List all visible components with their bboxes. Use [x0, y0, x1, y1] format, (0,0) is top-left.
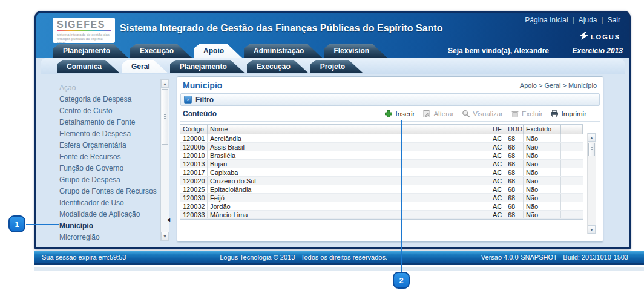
sub-tab-bar: ComunicaGeralPlanejamentoExecuçãoProjeto: [57, 60, 363, 73]
sidebar-item-grupo-de-despesa[interactable]: Grupo de Despesa: [45, 174, 169, 186]
callout-line-1: [26, 224, 59, 225]
breadcrumb: Apoio > Geral > Município: [520, 82, 597, 89]
sidebar-item-esfera-orcamentaria[interactable]: Esfera Orçamentária: [45, 140, 169, 151]
toolbar-button-label: Inserir: [395, 110, 415, 117]
table-row[interactable]: 120013BujariAC68Não: [180, 160, 583, 168]
cell-ddd: 68: [505, 134, 524, 142]
table-row[interactable]: 120033Mâncio LimaAC68Não: [180, 211, 583, 219]
table-row[interactable]: 120010BrasiléiaAC68Não: [180, 151, 583, 160]
imprimir-button[interactable]: Imprimir: [550, 110, 586, 118]
top-link-ajuda[interactable]: Ajuda: [579, 16, 597, 24]
column-header-ddd[interactable]: DDD: [505, 125, 524, 134]
welcome-text: Seja bem vindo(a), Alexandre: [448, 47, 549, 55]
cell-codigo: 120033: [180, 211, 208, 218]
filter-expand-icon[interactable]: ›: [184, 96, 192, 104]
main-panel: Município Apoio > Geral > Município › Fi…: [177, 76, 603, 242]
sidebar-item-detalhamento-de-fonte[interactable]: Detalhamento de Fonte: [45, 117, 169, 128]
session-timer: Sua sessão expira em:59:53: [42, 254, 126, 261]
link-separator: |: [602, 16, 603, 24]
tab-flexvision[interactable]: Flexvision: [324, 44, 387, 58]
cell-ddd: 68: [505, 168, 524, 176]
table-row[interactable]: 120020Cruzeiro do SulAC68Não: [180, 177, 583, 185]
cell-uf: AC: [490, 211, 505, 218]
table-scroll-thumb[interactable]: [588, 143, 595, 156]
cell-excluido: Não: [524, 194, 561, 202]
municipios-table: CódigoNomeUFDDDExcluído 120001Acrelândia…: [180, 124, 583, 220]
sidebar-item-modalidade-de-aplicacao[interactable]: Modalidade de Aplicação: [45, 209, 169, 220]
subtab-geral[interactable]: Geral: [122, 60, 168, 73]
sidebar-item-centro-de-custo[interactable]: Centro de Custo: [45, 105, 169, 117]
table-row[interactable]: 120032JordãoAC68Não: [180, 202, 583, 211]
cell-filler: [561, 134, 583, 142]
tab-apoio[interactable]: Apoio: [194, 44, 242, 58]
cell-uf: AC: [490, 160, 505, 168]
cell-codigo: 120013: [180, 160, 208, 168]
sidebar-menu: AçãoCategoria de DespesaCentro de CustoD…: [45, 77, 169, 243]
subtab-execucao[interactable]: Execução: [247, 60, 309, 73]
cell-nome: Jordão: [208, 202, 490, 210]
sidebar-collapse-icon[interactable]: ◄: [166, 217, 171, 223]
column-header-nome[interactable]: Nome: [208, 125, 490, 134]
version-text: Versão 4.0.0-SNAPSHOT - Build: 20131010-…: [481, 254, 628, 261]
sidebar-item-categoria-de-despesa[interactable]: Categoria de Despesa: [45, 94, 169, 105]
column-header-excluido[interactable]: Excluído: [524, 125, 561, 134]
cell-uf: AC: [490, 177, 505, 185]
table-scrollbar[interactable]: ▲ ▼: [587, 133, 596, 234]
tab-administracao[interactable]: Administração: [244, 44, 322, 58]
column-header-uf[interactable]: UF: [490, 125, 505, 134]
logus-bolt-icon: [579, 31, 589, 42]
cell-excluido: Não: [524, 151, 561, 159]
cell-excluido: Não: [524, 211, 561, 218]
tab-execucao[interactable]: Execução: [130, 44, 192, 58]
toolbar-button-label: Visualizar: [473, 110, 503, 117]
toolbar-button-label: Imprimir: [561, 110, 586, 117]
sidebar-item-grupo-de-fontes-de-recursos[interactable]: Grupo de Fontes de Recursos: [45, 186, 169, 197]
sidebar-item-funcao-de-governo[interactable]: Função de Governo: [45, 163, 169, 174]
cell-excluido: Não: [524, 134, 561, 142]
sidebar: AçãoCategoria de DespesaCentro de CustoD…: [45, 77, 169, 242]
scroll-up-icon[interactable]: ▲: [588, 133, 596, 142]
table-row[interactable]: 120005Assis BrasilAC68Não: [180, 143, 583, 151]
inserir-button[interactable]: Inserir: [384, 110, 415, 118]
sidebar-scroll-thumb[interactable]: [162, 89, 168, 145]
sidebar-item-municipio[interactable]: Município: [45, 220, 169, 232]
sidebar-item-acao[interactable]: Ação: [45, 82, 169, 94]
scroll-down-icon[interactable]: ▼: [161, 232, 169, 240]
insert-plus-icon: [384, 110, 393, 118]
main-tab-bar: PlanejamentoExecuçãoApoioAdministraçãoFl…: [53, 44, 387, 58]
content-bar: Conteúdo InserirAlterarVisualizarExcluir…: [180, 107, 600, 122]
footer-bar: Sua sessão expira em:59:53 Logus Tecnolo…: [34, 251, 644, 265]
callout-badge-2: 2: [393, 272, 410, 289]
callout-badge-1: 1: [8, 215, 25, 232]
filter-bar[interactable]: › Filtro: [180, 93, 600, 106]
cell-uf: AC: [490, 151, 505, 159]
page-title: Sistema Integrado de Gestão das Finanças…: [120, 23, 442, 34]
subtab-comunica[interactable]: Comunica: [57, 60, 120, 73]
scroll-up-icon[interactable]: ▲: [161, 79, 169, 88]
cell-uf: AC: [490, 185, 505, 193]
table-row[interactable]: 120017CapixabaAC68Não: [180, 168, 583, 177]
alterar-button: Alterar: [422, 110, 454, 118]
column-header-codigo[interactable]: Código: [180, 125, 208, 134]
cell-ddd: 68: [505, 160, 524, 168]
subtab-projeto[interactable]: Projeto: [310, 60, 363, 73]
table-row[interactable]: 120025EpitaciolândiaAC68Não: [180, 185, 583, 194]
sidebar-item-fonte-de-recursos[interactable]: Fonte de Recursos: [45, 151, 169, 163]
copyright-text: Logus Tecnologia © 2013 - Todos os direi…: [220, 254, 387, 261]
sidebar-item-elemento-de-despesa[interactable]: Elemento de Despesa: [45, 128, 169, 140]
top-link-pagina-inicial[interactable]: Página Inicial: [525, 16, 568, 24]
table-row[interactable]: 120001AcrelândiaAC68Não: [180, 134, 583, 143]
visualizar-button: Visualizar: [462, 110, 503, 118]
table-row[interactable]: 120030FeijóAC68Não: [180, 194, 583, 202]
sidebar-item-identificador-de-uso[interactable]: Identificador de Uso: [45, 197, 169, 209]
cell-nome: Capixaba: [208, 168, 490, 176]
sigefes-logo-subtitle: sistema integrado de gestão das finanças…: [57, 33, 111, 43]
top-link-sair[interactable]: Sair: [608, 16, 620, 24]
tab-planejamento[interactable]: Planejamento: [53, 44, 128, 58]
sidebar-item-microrregiao[interactable]: Microrregião: [45, 232, 169, 243]
scroll-down-icon[interactable]: ▼: [588, 225, 596, 234]
subtab-planejamento[interactable]: Planejamento: [170, 60, 245, 73]
table-body: 120001AcrelândiaAC68Não120005Assis Brasi…: [180, 134, 583, 219]
cell-nome: Assis Brasil: [208, 143, 490, 151]
cell-uf: AC: [490, 194, 505, 202]
